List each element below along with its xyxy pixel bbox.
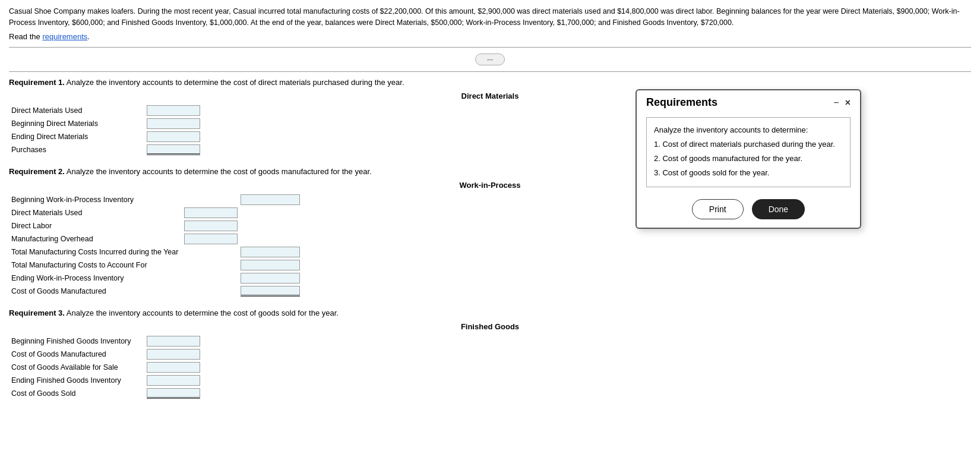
- modal-item-1: 1. Cost of direct materials purchased du…: [654, 138, 843, 151]
- req1-heading: Requirement 1. Analyze the inventory acc…: [9, 78, 971, 87]
- table-row: Ending Work-in-Process Inventory: [9, 272, 301, 285]
- fg-available-label: Cost of Goods Available for Sale: [9, 361, 146, 374]
- table-row: Direct Materials Used: [9, 206, 301, 219]
- divider-top: [9, 47, 971, 48]
- table-row: Direct Labor: [9, 219, 301, 232]
- requirements-link[interactable]: requirements: [42, 32, 87, 41]
- fg-beginning-input[interactable]: [147, 336, 200, 347]
- dm-purchases-label: Purchases: [9, 143, 146, 156]
- table-row: Beginning Finished Goods Inventory: [9, 335, 201, 348]
- req1-table: Direct Materials Used Beginning Direct M…: [9, 104, 201, 156]
- dm-beginning-label: Beginning Direct Materials: [9, 117, 146, 130]
- modal-body: Analyze the inventory accounts to determ…: [637, 112, 860, 228]
- wip-cogm-input[interactable]: [241, 286, 300, 297]
- dm-used-input-cell: [146, 104, 201, 117]
- wip-overhead-label: Manufacturing Overhead: [9, 232, 183, 245]
- modal-close-button[interactable]: ×: [845, 97, 851, 108]
- req3-table-container: Finished Goods Beginning Finished Goods …: [9, 322, 971, 400]
- collapse-button[interactable]: ···: [475, 53, 505, 65]
- req3-heading: Requirement 3. Analyze the inventory acc…: [9, 308, 971, 317]
- dm-ending-input[interactable]: [147, 131, 200, 142]
- wip-overhead-input[interactable]: [184, 234, 238, 244]
- table-row: Ending Finished Goods Inventory: [9, 374, 201, 387]
- table-row: Cost of Goods Available for Sale: [9, 361, 201, 374]
- req2-table: Beginning Work-in-Process Inventory Dire…: [9, 193, 301, 298]
- table-row: Ending Direct Materials: [9, 130, 201, 143]
- table-row: Manufacturing Overhead: [9, 232, 301, 245]
- wip-ending-label: Ending Work-in-Process Inventory: [9, 272, 183, 285]
- intro-text: Casual Shoe Company makes loafers. Durin…: [9, 7, 960, 27]
- table-row: Total Manufacturing Costs to Account For: [9, 259, 301, 272]
- dm-ending-label: Ending Direct Materials: [9, 130, 146, 143]
- wip-dl-input[interactable]: [184, 221, 238, 231]
- wip-total-incurred-label: Total Manufacturing Costs Incurred durin…: [9, 245, 183, 259]
- fg-cogs-label: Cost of Goods Sold: [9, 387, 146, 400]
- modal-content-box: Analyze the inventory accounts to determ…: [646, 117, 851, 187]
- modal-buttons: Print Done: [646, 199, 851, 219]
- modal-title: Requirements: [646, 96, 717, 109]
- modal-item-3: 3. Cost of goods sold for the year.: [654, 166, 843, 180]
- table-row: Total Manufacturing Costs Incurred durin…: [9, 245, 301, 259]
- wip-total-account-input[interactable]: [241, 260, 300, 270]
- wip-ending-input[interactable]: [241, 273, 300, 284]
- done-button[interactable]: Done: [752, 199, 805, 219]
- wip-dl-label: Direct Labor: [9, 219, 183, 232]
- wip-beginning-input[interactable]: [241, 194, 300, 205]
- table-row: Cost of Goods Manufactured: [9, 285, 301, 298]
- dm-purchases-input[interactable]: [147, 144, 200, 155]
- fg-cogm-input[interactable]: [147, 349, 200, 360]
- req2-description: Analyze the inventory accounts to determ…: [67, 167, 372, 176]
- table-row: Purchases: [9, 143, 201, 156]
- req3-table-title: Finished Goods: [9, 322, 971, 331]
- wip-total-incurred-input[interactable]: [241, 247, 300, 257]
- req3-table: Beginning Finished Goods Inventory Cost …: [9, 335, 201, 400]
- modal-content-heading: Analyze the inventory accounts to determ…: [654, 124, 843, 137]
- fg-ending-label: Ending Finished Goods Inventory: [9, 374, 146, 387]
- fg-cogm-label: Cost of Goods Manufactured: [9, 348, 146, 361]
- dm-beginning-input-cell: [146, 117, 201, 130]
- req1-description: Analyze the inventory accounts to determ…: [67, 78, 404, 87]
- table-row: Beginning Direct Materials: [9, 117, 201, 130]
- fg-ending-input[interactable]: [147, 375, 200, 386]
- dm-used-label: Direct Materials Used: [9, 104, 146, 117]
- dm-purchases-input-cell: [146, 143, 201, 156]
- table-row: Beginning Work-in-Process Inventory: [9, 193, 301, 206]
- requirements-modal: Requirements − × Analyze the inventory a…: [636, 89, 861, 229]
- modal-header: Requirements − ×: [637, 90, 860, 112]
- fg-available-input[interactable]: [147, 362, 200, 373]
- read-text: Read the: [9, 32, 40, 41]
- table-row: Cost of Goods Sold: [9, 387, 201, 400]
- modal-item-2: 2. Cost of goods manufactured for the ye…: [654, 152, 843, 165]
- wip-total-account-label: Total Manufacturing Costs to Account For: [9, 259, 183, 272]
- fg-cogs-input[interactable]: [147, 388, 200, 399]
- table-row: Cost of Goods Manufactured: [9, 348, 201, 361]
- wip-dm-used-label: Direct Materials Used: [9, 206, 183, 219]
- dm-used-input[interactable]: [147, 105, 200, 116]
- wip-beginning-label: Beginning Work-in-Process Inventory: [9, 193, 183, 206]
- divider-bottom: [9, 71, 971, 72]
- wip-dm-used-input[interactable]: [184, 207, 238, 218]
- wip-cogm-label: Cost of Goods Manufactured: [9, 285, 183, 298]
- modal-controls: − ×: [833, 97, 851, 108]
- dm-beginning-input[interactable]: [147, 118, 200, 129]
- fg-beginning-label: Beginning Finished Goods Inventory: [9, 335, 146, 348]
- dm-ending-input-cell: [146, 130, 201, 143]
- print-button[interactable]: Print: [692, 199, 744, 219]
- modal-minimize-button[interactable]: −: [833, 98, 839, 108]
- req3-description: Analyze the inventory accounts to determ…: [67, 308, 339, 317]
- intro-paragraph: Casual Shoe Company makes loafers. Durin…: [9, 6, 971, 29]
- table-row: Direct Materials Used: [9, 104, 201, 117]
